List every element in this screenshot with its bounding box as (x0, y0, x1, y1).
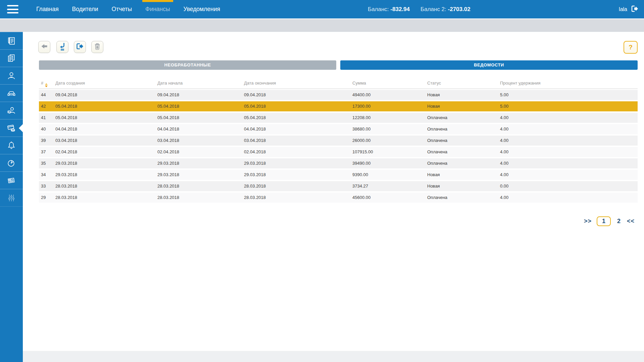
table-row[interactable]: 3328.03.201828.03.201828.03.20183734.27Н… (39, 181, 638, 191)
cell-amount: 45600.00 (352, 193, 370, 203)
cell-percent: 4.00 (500, 124, 508, 134)
pagination-first[interactable]: >> (584, 218, 592, 225)
cell-created: 05.04.2018 (55, 101, 77, 111)
sort-down-arrow-icon (45, 86, 48, 87)
balance-1-label: Баланс: (368, 6, 389, 12)
cell-amount: 107915.00 (352, 147, 373, 157)
sidebar-item-statistics[interactable] (0, 154, 23, 172)
cell-status: Оплачена (427, 124, 447, 134)
table-row[interactable]: 4105.04.201805.04.201805.04.201812208.00… (39, 113, 638, 123)
pagination-page-2[interactable]: 2 (616, 218, 622, 225)
cell-percent: 0.00 (500, 181, 508, 191)
cell-status: Оплачена (427, 113, 447, 123)
nav-item-drivers[interactable]: Водители (72, 0, 98, 18)
cell-amount: 39490.00 (352, 158, 370, 168)
sort-icon (45, 83, 48, 87)
sidebar-item-cars[interactable] (0, 85, 23, 102)
tabs: НЕОБРАБОТАННЫЕВЕДОМОСТИ (39, 60, 638, 70)
table-row[interactable]: 3903.04.201803.04.201803.04.201826000.00… (39, 136, 638, 146)
cell-created: 29.03.2018 (55, 170, 77, 180)
cell-id: 29 (41, 193, 46, 203)
nav-item-notifications[interactable]: Уведомления (184, 0, 220, 18)
sidebar-item-settings[interactable] (0, 189, 23, 207)
column-header-6: Процент удержания (500, 79, 541, 88)
cell-end: 02.04.2018 (244, 147, 266, 157)
column-header-1: Дата создания (55, 79, 85, 88)
table-row[interactable]: 4205.04.201805.04.201805.04.201817300.00… (39, 101, 638, 111)
car-icon (6, 88, 16, 98)
table-row[interactable]: 3702.04.201802.04.201802.04.2018107915.0… (39, 147, 638, 157)
refund-button[interactable] (56, 41, 68, 53)
cell-end: 04.04.2018 (244, 124, 266, 134)
subheader-strip (0, 19, 644, 32)
sidebar-item-news[interactable] (0, 172, 23, 189)
logout-button[interactable] (631, 5, 639, 14)
cell-start: 05.04.2018 (157, 101, 179, 111)
export-button[interactable] (74, 41, 86, 53)
sidebar-item-document-copies[interactable] (0, 50, 23, 67)
table-row[interactable]: 2928.03.201828.03.201828.03.201845600.00… (39, 193, 638, 203)
sliders-icon (6, 193, 16, 203)
sidebar-item-finance[interactable] (0, 119, 23, 137)
pagination-page-1[interactable]: 1 (597, 216, 611, 226)
menu-icon[interactable] (7, 5, 18, 13)
sidebar-item-notifications[interactable] (0, 137, 23, 154)
cell-status: Оплачена (427, 193, 447, 203)
cell-created: 05.04.2018 (55, 113, 77, 123)
pagination-last[interactable]: << (627, 218, 635, 225)
active-item-notch (19, 124, 23, 132)
cell-amount: 17300.00 (352, 101, 370, 111)
back-button[interactable] (38, 41, 50, 53)
tab-unprocessed[interactable]: НЕОБРАБОТАННЫЕ (39, 60, 336, 70)
trash-icon (94, 43, 101, 51)
sidebar (0, 32, 23, 362)
cell-id: 34 (41, 170, 46, 180)
cell-end: 28.03.2018 (244, 181, 266, 191)
table-row[interactable]: 3529.03.201829.03.201829.03.201839490.00… (39, 158, 638, 168)
balance-1-value: -832.94 (390, 6, 410, 12)
sidebar-item-driver-license[interactable] (0, 102, 23, 119)
cell-status: Оплачена (427, 158, 447, 168)
cell-created: 02.04.2018 (55, 147, 77, 157)
topbar: ГлавнаяВодителиОтчетыФинансыУведомления … (0, 0, 644, 18)
cell-percent: 4.00 (500, 158, 508, 168)
sidebar-item-documents[interactable] (0, 32, 23, 50)
table-row[interactable]: 3429.03.201829.03.201829.03.20189390.00Н… (39, 170, 638, 180)
cell-status: Оплачена (427, 147, 447, 157)
nav-item-home[interactable]: Главная (36, 0, 59, 18)
cell-created: 29.03.2018 (55, 158, 77, 168)
nav-item-reports[interactable]: Отчеты (112, 0, 132, 18)
table-row[interactable]: 4004.04.201804.04.201804.04.201838680.00… (39, 124, 638, 134)
document-edit-icon (6, 36, 16, 46)
cell-start: 09.04.2018 (157, 90, 179, 100)
cell-id: 40 (41, 124, 46, 134)
table-header: #Дата созданияДата началаДата окончанияС… (39, 79, 638, 89)
cell-start: 28.03.2018 (157, 193, 179, 203)
nav-item-finance[interactable]: Финансы (145, 0, 170, 18)
cell-end: 29.03.2018 (244, 170, 266, 180)
sidebar-item-drivers[interactable] (0, 67, 23, 85)
export-arrow-icon (76, 43, 84, 51)
column-header-3: Дата окончания (244, 79, 276, 88)
cell-start: 29.03.2018 (157, 170, 179, 180)
column-header-0[interactable]: # (41, 79, 48, 88)
delete-button[interactable] (91, 41, 103, 53)
cell-created: 28.03.2018 (55, 193, 77, 203)
sort-up-arrow-icon (45, 83, 48, 85)
cell-start: 03.04.2018 (157, 136, 179, 146)
documents-copy-icon (6, 53, 16, 63)
main-content: ? НЕОБРАБОТАННЫЕВЕДОМОСТИ #Дата создания… (23, 32, 644, 351)
cell-end: 28.03.2018 (244, 193, 266, 203)
cell-amount: 12208.00 (352, 113, 370, 123)
cell-id: 37 (41, 147, 46, 157)
table-row[interactable]: 4409.04.201809.04.201809.04.201849400.00… (39, 90, 638, 100)
footer-strip (23, 351, 644, 362)
cell-id: 35 (41, 158, 46, 168)
card-coins-icon (6, 123, 16, 133)
cell-created: 03.04.2018 (55, 136, 77, 146)
column-header-4: Сумма (352, 79, 366, 88)
cell-end: 05.04.2018 (244, 101, 266, 111)
help-button[interactable]: ? (624, 41, 638, 54)
tab-statements[interactable]: ВЕДОМОСТИ (340, 60, 638, 70)
cell-amount: 9390.00 (352, 170, 368, 180)
